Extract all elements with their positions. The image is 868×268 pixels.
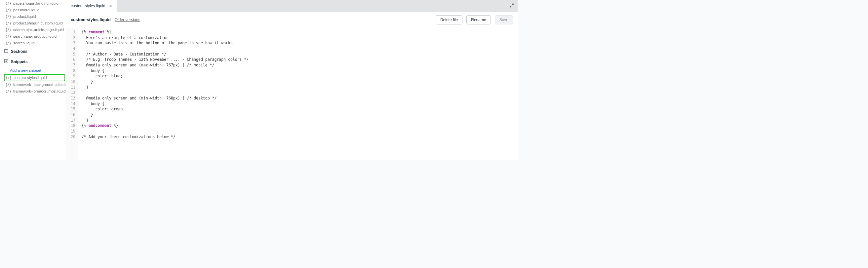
liquid-file-icon: {/}	[5, 83, 11, 87]
liquid-file-icon: {/}	[5, 15, 11, 19]
liquid-file-icon: {/}	[6, 76, 11, 80]
liquid-file-icon: {/}	[5, 28, 11, 32]
file-name: framework--breadcrumbs.liquid	[13, 89, 66, 93]
delete-file-button[interactable]: Delete file	[436, 15, 462, 25]
file-name: custom-styles.liquid	[13, 76, 46, 80]
file-name: framework--background-color.liquid	[13, 82, 66, 87]
folder-icon	[4, 48, 9, 54]
snippets-label: Snippets	[11, 60, 28, 64]
template-item[interactable]: {/}search.ajax-product.liquid	[4, 33, 66, 40]
liquid-file-icon: {/}	[5, 90, 11, 93]
file-name: search.ajax-product.liquid	[13, 34, 57, 38]
filename-label: custom-styles.liquid	[71, 18, 111, 22]
template-item[interactable]: {/}search.liquid	[4, 40, 66, 46]
template-item[interactable]: {/}search.ajax-article-page.liquid	[4, 27, 66, 33]
close-icon[interactable]: ✕	[109, 4, 113, 8]
liquid-file-icon: {/}	[5, 2, 11, 5]
add-snippet-link[interactable]: Add a new snippet	[4, 67, 66, 74]
file-name: product.shogun.custom.liquid	[13, 21, 63, 25]
older-versions-link[interactable]: Older versions	[115, 18, 140, 22]
expand-icon[interactable]	[509, 3, 514, 9]
liquid-file-icon: {/}	[5, 8, 11, 12]
template-item[interactable]: {/}product.shogun.custom.liquid	[4, 20, 66, 27]
app-root: {/}page.shogun.landing.liquid{/}password…	[0, 0, 518, 160]
liquid-file-icon: {/}	[5, 35, 11, 38]
save-button: Save	[495, 15, 513, 25]
template-item[interactable]: {/}password.liquid	[4, 7, 66, 13]
toolbar: custom-styles.liquid Older versions Dele…	[66, 12, 518, 28]
code-content[interactable]: {% comment %} Here's an example of a cus…	[78, 28, 252, 160]
tabbar: custom-styles.liquid ✕	[66, 0, 518, 12]
file-name: product.liquid	[13, 14, 36, 19]
snippet-item[interactable]: {/}framework--background-color.liquid	[4, 81, 66, 88]
file-name: search.ajax-article-page.liquid	[13, 28, 64, 32]
sections-header[interactable]: Sections	[4, 46, 66, 57]
snippet-item[interactable]: {/}framework--breadcrumbs.liquid	[4, 88, 66, 95]
sidebar: {/}page.shogun.landing.liquid{/}password…	[0, 0, 66, 160]
template-item[interactable]: {/}product.liquid	[4, 13, 66, 20]
file-name: password.liquid	[13, 8, 39, 12]
sections-label: Sections	[11, 49, 27, 54]
tab-custom-styles[interactable]: custom-styles.liquid ✕	[66, 0, 117, 12]
main-panel: custom-styles.liquid ✕ custom-styles.liq…	[66, 0, 518, 160]
liquid-file-icon: {/}	[5, 22, 11, 25]
file-name: search.liquid	[13, 41, 35, 45]
snippets-header[interactable]: Snippets	[4, 57, 66, 67]
svg-rect-0	[5, 49, 8, 53]
download-icon	[4, 59, 9, 64]
line-gutter: 1234567891011121314151617181920	[66, 28, 78, 160]
rename-button[interactable]: Rename	[466, 15, 491, 25]
snippet-item[interactable]: {/}custom-styles.liquid	[4, 74, 65, 81]
template-item[interactable]: {/}page.shogun.landing.liquid	[4, 0, 66, 7]
file-name: page.shogun.landing.liquid	[13, 1, 59, 5]
tab-label: custom-styles.liquid	[71, 4, 105, 8]
liquid-file-icon: {/}	[5, 41, 11, 45]
code-editor[interactable]: 1234567891011121314151617181920 {% comme…	[66, 28, 518, 160]
